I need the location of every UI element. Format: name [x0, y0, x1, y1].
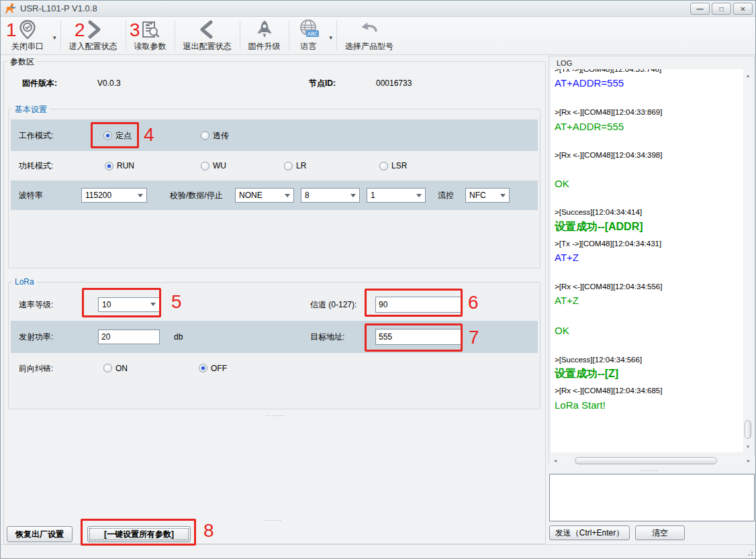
radio-power-lsr[interactable]: LSR [379, 161, 407, 170]
splitter-handle[interactable]: ······· [640, 467, 659, 474]
annotation-box-7 [365, 323, 463, 352]
toolbar-separator [126, 21, 126, 50]
basic-section-title: 基本设置 [12, 104, 50, 115]
radio-icon [379, 162, 388, 170]
annotation-box-6 [365, 289, 463, 317]
toolbar-button-exit-config[interactable]: 退出配置状态 [177, 17, 238, 54]
radio-icon [284, 162, 293, 170]
radio-fec-on[interactable]: ON [103, 364, 128, 373]
log-line: OK [555, 325, 745, 338]
chevron-down-icon[interactable]: ▾ [327, 34, 336, 41]
radio-label: LR [296, 161, 306, 170]
parity-select[interactable]: NONE [235, 188, 294, 203]
toolbar-label: 读取参数 [134, 41, 167, 52]
maximize-button[interactable]: □ [712, 3, 731, 15]
log-line: OK [555, 178, 745, 191]
work-mode-row: 工作模式: 定点 透传 [11, 119, 538, 151]
app-logo-icon [5, 3, 16, 14]
radio-work-mode-transparent[interactable]: 透传 [201, 130, 229, 141]
params-section-title: 参数区 [7, 56, 37, 68]
toolbar-label: 选择产品型号 [345, 41, 393, 52]
toolbar-button-enter-config[interactable]: 进入配置状态 [62, 17, 124, 54]
app-window: USR-L101-P V1.0.8 — □ ✕ 关闭串口 ▾ 进入配置状态 [0, 0, 756, 559]
annotation-box-8 [81, 519, 196, 546]
title-bar: USR-L101-P V1.0.8 — □ ✕ [1, 1, 755, 17]
tx-power-input[interactable]: 20 [98, 329, 160, 344]
scrollbar-thumb[interactable] [575, 457, 717, 464]
log-content[interactable]: >[Tx ->][COM48][12:04:33:746]AT+ADDR=555… [551, 69, 745, 452]
scroll-down-icon[interactable]: ▼ [743, 442, 753, 451]
fec-row: 前向纠错: ON OFF [11, 353, 538, 383]
radio-icon [201, 131, 209, 140]
tx-power-unit: db [174, 332, 183, 342]
combo-arrow-icon [138, 194, 143, 197]
splitter-handle[interactable]: ······· [266, 412, 285, 419]
radio-label: OFF [211, 364, 227, 373]
send-button[interactable]: 发送（Ctrl+Enter） [549, 525, 630, 540]
toolbar-button-language[interactable]: ABC 语言 [291, 17, 327, 54]
window-title: USR-L101-P V1.0.8 [20, 3, 97, 13]
radio-label: RUN [117, 161, 134, 170]
splitter-handle[interactable]: ······· [263, 517, 282, 523]
baud-value: 115200 [85, 191, 111, 200]
combo-arrow-icon [285, 194, 290, 197]
stop-bits-value: 1 [371, 191, 375, 200]
send-input[interactable] [549, 474, 755, 521]
radio-power-lr[interactable]: LR [284, 161, 306, 170]
target-label: 目标地址: [310, 332, 344, 343]
toolbar-button-firmware-upgrade[interactable]: 固件升级 [242, 17, 287, 54]
data-bits-select[interactable]: 8 [301, 188, 360, 203]
log-groupbox: LOG >[Tx ->][COM48][12:04:33:746]AT+ADDR… [549, 56, 755, 464]
radio-selected-icon [199, 364, 207, 372]
toolbar-separator [289, 21, 289, 50]
restore-factory-button[interactable]: 恢复出厂设置 [7, 526, 73, 542]
log-vertical-scrollbar[interactable]: ▲ ▼ [743, 69, 753, 452]
lora-section-title: LoRa [12, 277, 37, 287]
log-line: >[Rx <-][COM48][12:04:34:556] [555, 282, 745, 291]
uart-row: 波特率 115200 校验/数据/停止 NONE 8 1 流控 [11, 181, 538, 210]
annotation-number-3: 3 [130, 21, 140, 40]
toolbar-separator [240, 21, 240, 50]
close-button[interactable]: ✕ [733, 3, 753, 15]
firmware-label: 固件版本: [22, 78, 57, 89]
log-line: 设置成功--[ADDR] [555, 220, 745, 234]
radio-fec-off[interactable]: OFF [199, 364, 227, 373]
chevron-down-icon[interactable]: ▾ [50, 34, 59, 41]
log-line: AT+ADDR=555 [555, 121, 745, 134]
pin-check-icon [18, 19, 37, 40]
status-bar [1, 544, 755, 558]
radio-power-run[interactable]: RUN [105, 161, 134, 170]
toolbar-label: 语言 [301, 41, 317, 52]
annotation-number-4: 4 [144, 125, 154, 144]
scroll-up-icon[interactable]: ▲ [743, 70, 753, 80]
resize-grip-icon[interactable] [747, 550, 753, 556]
flow-value: NFC [469, 191, 486, 200]
annotation-number-7: 7 [469, 328, 479, 347]
firmware-row: 固件版本: V0.0.3 节点ID: 00016733 [6, 71, 543, 95]
clear-button[interactable]: 清空 [635, 525, 685, 540]
stop-bits-select[interactable]: 1 [367, 188, 426, 203]
undo-arrow-icon [359, 19, 379, 40]
doc-search-icon [140, 19, 160, 40]
log-horizontal-scrollbar[interactable]: ◄ ► [549, 456, 755, 466]
toolbar-separator [336, 21, 337, 50]
log-line: AT+ADDR=555 [555, 77, 745, 90]
annotation-number-5: 5 [171, 293, 182, 311]
power-mode-row: 功耗模式: RUN WU LR LSR [11, 151, 538, 181]
log-line: >[Rx <-][COM48][12:04:34:398] [555, 150, 745, 160]
minimize-button[interactable]: — [690, 3, 710, 15]
baud-select[interactable]: 115200 [81, 188, 147, 203]
flow-select[interactable]: NFC [465, 188, 510, 203]
scroll-right-icon[interactable]: ► [744, 456, 753, 466]
scroll-left-icon[interactable]: ◄ [551, 456, 560, 466]
radio-label: ON [115, 364, 128, 373]
svg-text:ABC: ABC [307, 30, 317, 36]
log-line: >[Rx <-][COM48][12:04:33:869] [555, 107, 745, 117]
scrollbar-thumb[interactable] [745, 420, 751, 439]
toolbar-button-select-model[interactable]: 选择产品型号 [338, 17, 400, 54]
rocket-icon [254, 19, 275, 40]
radio-power-wu[interactable]: WU [201, 161, 226, 170]
log-line: 设置成功--[Z] [555, 367, 745, 380]
work-mode-label: 工作模式: [19, 130, 53, 141]
log-line: LoRa Start! [555, 399, 745, 412]
